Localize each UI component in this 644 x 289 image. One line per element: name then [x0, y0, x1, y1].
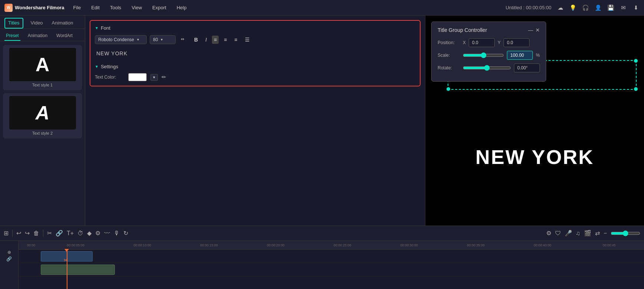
ruler-mark-3: 00:00:15:00	[176, 243, 242, 247]
download-icon[interactable]: ⬇	[632, 4, 640, 12]
eyedropper-button[interactable]: ✏	[162, 74, 166, 81]
letter-spacing-button[interactable]: ⇔	[179, 35, 189, 45]
music-icon[interactable]: ♫	[576, 230, 580, 237]
menu-file[interactable]: File	[71, 3, 83, 12]
menu-edit[interactable]: Edit	[89, 3, 102, 12]
split-icon[interactable]: ⇄	[595, 230, 600, 237]
layout-icon[interactable]: ⊞	[4, 230, 9, 237]
ruler-mark-9: 00:00:45	[576, 243, 643, 247]
main-tab-bar: Titles Video Animation	[0, 16, 85, 29]
tgc-position-label: Position:	[438, 40, 460, 45]
font-section-header: ▼ Font	[95, 25, 415, 31]
text-style-label-2: Text style 2	[32, 131, 53, 135]
diamond-icon[interactable]: ◆	[87, 230, 92, 237]
tgc-position-row: Position: X Y	[438, 38, 540, 47]
link-icon[interactable]: 🔗	[56, 230, 63, 237]
link-track-icon[interactable]: 🔗	[6, 256, 12, 262]
headphone-icon[interactable]: 🎧	[582, 4, 589, 12]
timeline-ruler: 00:00 00:00:05:00 00:00:10:00 00:00:15:0…	[19, 241, 644, 250]
scene-icon[interactable]: 🎬	[584, 230, 591, 237]
loop-icon[interactable]: ↻	[123, 230, 128, 237]
subtab-wordart[interactable]: WordArt	[55, 31, 74, 41]
font-controls: Roboto Condense ▾ 80 ▾ ⇔ B I ≡ ≡ ≡ ☰	[95, 35, 415, 45]
sliders-icon[interactable]: ⚙	[95, 230, 100, 237]
bold-button[interactable]: B	[192, 35, 200, 44]
mic-icon[interactable]: 🎤	[565, 230, 572, 237]
undo-icon[interactable]: ↩	[16, 230, 21, 237]
timeline-section: ⊞ ↩ ↪ 🗑 ✂ 🔗 T+ ⏱ ◆ ⚙ 〰 🎙 ↻ ⚙ 🛡 🎤 ♫ 🎬 ⇄ −…	[0, 226, 644, 289]
ruler-mark-2: 00:00:10:00	[109, 243, 176, 247]
zoom-out-icon[interactable]: −	[604, 230, 607, 237]
lightbulb-icon[interactable]: 💡	[569, 4, 577, 12]
preview-title-text: NEW YORK	[475, 145, 594, 168]
subtab-animation[interactable]: Animation	[26, 31, 49, 41]
playhead-marker	[64, 249, 69, 252]
settings-collapse-arrow[interactable]: ▼	[95, 65, 99, 69]
ruler-mark-5: 00:00:25:00	[309, 243, 376, 247]
tgc-rotate-input[interactable]	[514, 63, 540, 72]
handle-top-right[interactable]	[634, 59, 638, 63]
text-style-label-1: Text style 1	[32, 83, 53, 87]
separator-2	[43, 230, 43, 237]
justify-button[interactable]: ☰	[243, 35, 252, 44]
tab-titles[interactable]: Titles	[4, 18, 23, 29]
timeline-tracks-container: 00:00 00:00:05:00 00:00:10:00 00:00:15:0…	[19, 241, 644, 289]
menu-view[interactable]: View	[129, 3, 144, 12]
tgc-scale-unit: %	[536, 53, 540, 58]
track-clip-2[interactable]	[41, 265, 115, 275]
playhead[interactable]: ✂	[67, 250, 67, 289]
tgc-close-button[interactable]: ✕	[535, 27, 540, 33]
menu-export[interactable]: Export	[150, 3, 169, 12]
tgc-rotate-slider[interactable]	[463, 65, 511, 71]
cut-icon[interactable]: ✂	[47, 230, 52, 237]
redo-icon[interactable]: ↪	[25, 230, 30, 237]
tgc-x-input[interactable]	[469, 38, 495, 47]
handle-bottom-left[interactable]	[447, 87, 450, 91]
list-item[interactable]: A Text style 1	[3, 45, 82, 90]
text-color-swatch[interactable]	[128, 73, 147, 81]
font-size-value: 80	[153, 37, 158, 42]
italic-button[interactable]: I	[203, 35, 209, 44]
menu-tools[interactable]: Tools	[108, 3, 123, 12]
delete-icon[interactable]: 🗑	[33, 230, 39, 237]
align-left-button[interactable]: ≡	[212, 36, 219, 44]
tgc-scale-row: Scale: %	[438, 51, 540, 60]
ruler-mark-4: 00:00:20:00	[242, 243, 309, 247]
align-right-button[interactable]: ≡	[232, 35, 239, 44]
tab-video[interactable]: Video	[29, 18, 44, 29]
playhead-scissors-icon: ✂	[64, 257, 68, 263]
text-track-icon[interactable]: T+	[67, 230, 74, 237]
tgc-minimize-button[interactable]: —	[528, 27, 533, 33]
font-size-select[interactable]: 80 ▾	[150, 35, 176, 44]
list-item[interactable]: A Text style 2	[3, 93, 82, 138]
save-icon[interactable]: 💾	[607, 4, 614, 12]
add-track-icon[interactable]: ⊕	[7, 250, 11, 255]
font-collapse-arrow[interactable]: ▼	[95, 26, 99, 30]
zoom-slider[interactable]	[611, 230, 640, 236]
tgc-scale-label: Scale:	[438, 53, 460, 58]
avatar-icon[interactable]: 👤	[594, 4, 602, 12]
timer-icon[interactable]: ⏱	[77, 230, 83, 237]
tgc-scale-slider[interactable]	[463, 52, 504, 58]
handle-bottom-right[interactable]	[634, 87, 638, 91]
color-dropdown-button[interactable]: ▾	[150, 74, 158, 81]
ruler-mark-6: 00:00:30:00	[376, 243, 442, 247]
audio-icon[interactable]: 🎙	[114, 230, 120, 237]
font-family-select[interactable]: Roboto Condense ▾	[95, 35, 147, 44]
track-settings-icon[interactable]: ⚙	[546, 230, 551, 237]
font-size-chevron-icon: ▾	[161, 37, 163, 42]
menu-help[interactable]: Help	[175, 3, 189, 12]
track-protect-icon[interactable]: 🛡	[555, 230, 561, 237]
tgc-y-input[interactable]	[504, 38, 530, 47]
settings-row: Text Color: ▾ ✏	[95, 73, 415, 81]
waveform-icon[interactable]: 〰	[104, 230, 110, 237]
font-section: ▼ Font Roboto Condense ▾ 80 ▾ ⇔ B	[90, 20, 421, 86]
cloud-icon[interactable]: ☁	[557, 4, 564, 12]
align-center-button[interactable]: ≡	[222, 35, 229, 44]
mail-icon[interactable]: ✉	[620, 4, 627, 12]
subtab-preset[interactable]: Preset	[4, 31, 20, 41]
tgc-title: Title Group Controller	[438, 27, 487, 33]
tgc-scale-input[interactable]	[507, 51, 533, 60]
menu-bar-right: Untitled : 00:00:05:00 ☁ 💡 🎧 👤 💾 ✉ ⬇	[505, 4, 640, 12]
tab-animation[interactable]: Animation	[50, 18, 75, 29]
